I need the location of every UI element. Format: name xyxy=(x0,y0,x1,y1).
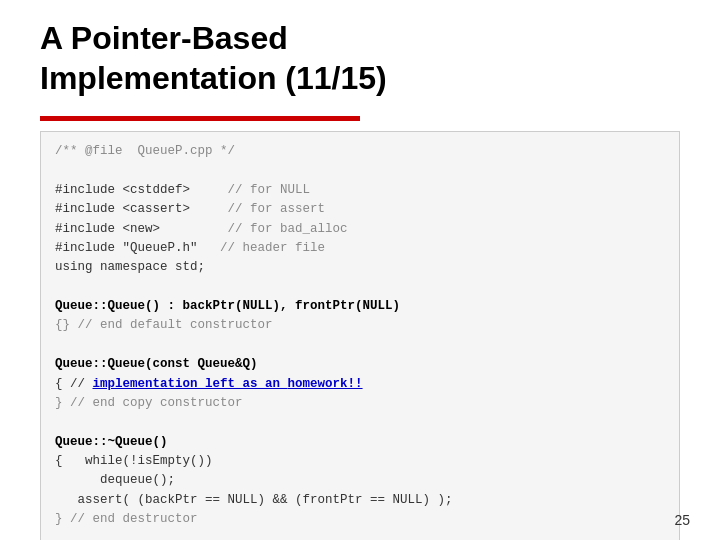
using-namespace: using namespace std; xyxy=(55,258,665,277)
blank-line1 xyxy=(55,161,665,180)
title-line1: A Pointer-Based xyxy=(40,20,288,56)
copy-constructor-end: } // end copy constructor xyxy=(55,394,665,413)
destructor-end: } // end destructor xyxy=(55,510,665,529)
slide-number: 25 xyxy=(674,512,690,528)
destructor-sig: Queue::~Queue() xyxy=(55,433,665,452)
constructor-default-sig: Queue::Queue() : backPtr(NULL), frontPtr… xyxy=(55,297,665,316)
include-cassert: #include <cassert> // for assert xyxy=(55,200,665,219)
blank-line2 xyxy=(55,278,665,297)
title-area: A Pointer-Based Implementation (11/15) xyxy=(0,0,720,108)
file-comment: /** @file QueueP.cpp */ xyxy=(55,142,665,161)
title-underline xyxy=(40,116,360,121)
copy-constructor-body: { // implementation left as an homework!… xyxy=(55,375,665,394)
include-cstddef: #include <cstddef> // for NULL xyxy=(55,181,665,200)
code-block: /** @file QueueP.cpp */ #include <cstdde… xyxy=(40,131,680,540)
homework-link: implementation left as an homework!! xyxy=(93,377,363,391)
copy-constructor-sig: Queue::Queue(const Queue&Q) xyxy=(55,355,665,374)
include-new: #include <new> // for bad_alloc xyxy=(55,220,665,239)
destructor-line2: dequeue(); xyxy=(55,471,665,490)
slide-title: A Pointer-Based Implementation (11/15) xyxy=(40,18,680,98)
blank-line4 xyxy=(55,413,665,432)
blank-line3 xyxy=(55,336,665,355)
destructor-line1: { while(!isEmpty()) xyxy=(55,452,665,471)
slide: A Pointer-Based Implementation (11/15) /… xyxy=(0,0,720,540)
destructor-assert: assert( (backPtr == NULL) && (frontPtr =… xyxy=(55,491,665,510)
include-queuep: #include "QueueP.h" // header file xyxy=(55,239,665,258)
constructor-default-body: {} // end default constructor xyxy=(55,316,665,335)
title-line2: Implementation (11/15) xyxy=(40,60,387,96)
